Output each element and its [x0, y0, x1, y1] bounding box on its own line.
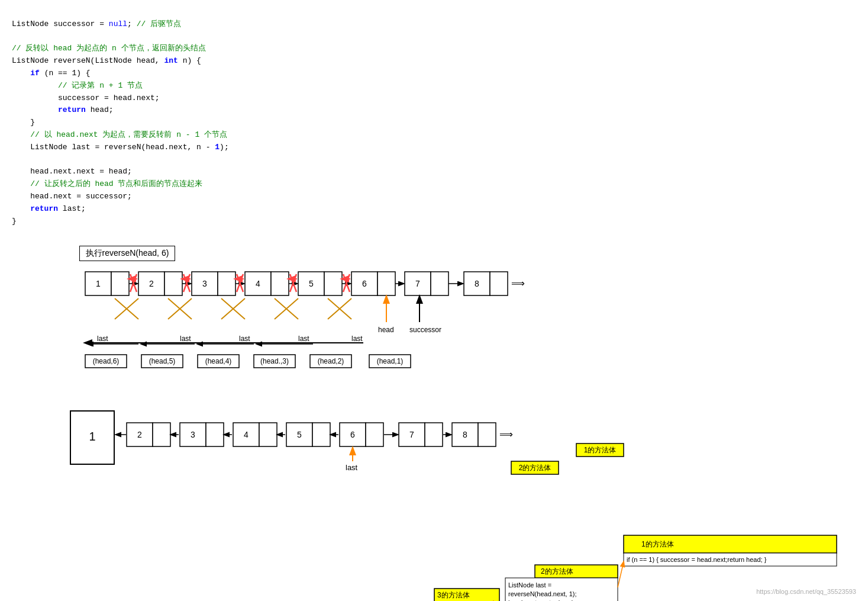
- svg-text:successor: successor: [409, 326, 441, 334]
- svg-rect-23: [490, 272, 508, 295]
- svg-text:if (n == 1) {  successor = hea: if (n == 1) { successor = head.next;retu…: [627, 556, 767, 563]
- svg-text:last: last: [346, 463, 358, 472]
- svg-text:1: 1: [96, 279, 101, 288]
- svg-rect-2: [111, 272, 129, 295]
- svg-text:(head,5): (head,5): [149, 357, 175, 365]
- svg-text:8: 8: [475, 279, 479, 288]
- svg-text:7: 7: [415, 279, 420, 288]
- svg-rect-93: [259, 423, 277, 446]
- code-block: ListNode successor = null; // 后驱节点 // 反转…: [12, 6, 856, 240]
- svg-text:last: last: [298, 335, 309, 343]
- svg-rect-105: [478, 423, 496, 446]
- svg-rect-96: [312, 423, 330, 446]
- svg-text:5: 5: [309, 279, 314, 288]
- svg-text:7: 7: [409, 430, 414, 439]
- svg-text:2: 2: [149, 279, 154, 288]
- svg-text:reverseN(head.next, 1);: reverseN(head.next, 1);: [508, 590, 577, 597]
- svg-rect-11: [271, 272, 289, 295]
- svg-text:1的方法体: 1的方法体: [583, 446, 616, 454]
- svg-text:⟹: ⟹: [511, 278, 525, 288]
- svg-text:last: last: [351, 335, 363, 343]
- svg-rect-87: [153, 423, 170, 446]
- diagram1-title: 执行reverseN(head, 6): [79, 246, 176, 261]
- recursive-svg: 1的方法体 if (n == 1) { successor = head.nex…: [20, 532, 848, 601]
- svg-text:3: 3: [202, 279, 207, 288]
- svg-text:8: 8: [463, 430, 467, 439]
- svg-text:6: 6: [350, 430, 355, 439]
- svg-text:(head.,3): (head.,3): [260, 357, 288, 365]
- svg-text:(head,4): (head,4): [205, 357, 231, 365]
- svg-text:2: 2: [137, 430, 142, 439]
- svg-line-173: [618, 562, 624, 587]
- svg-text:4: 4: [256, 279, 260, 288]
- svg-text:(head,2): (head,2): [317, 357, 344, 365]
- recursive-area: 1的方法体 if (n == 1) { successor = head.nex…: [20, 532, 848, 601]
- svg-rect-20: [431, 272, 448, 295]
- watermark: https://blog.csdn.net/qq_35523593: [756, 588, 856, 595]
- svg-text:4: 4: [244, 430, 249, 439]
- svg-rect-99: [366, 423, 383, 446]
- diagram2-svg: 1 2 3 4 5 6: [67, 408, 659, 526]
- svg-text:head: head: [378, 326, 394, 334]
- svg-text:3: 3: [191, 430, 195, 439]
- svg-rect-14: [324, 272, 342, 295]
- svg-text:last: last: [180, 335, 191, 343]
- svg-text:2的方法体: 2的方法体: [541, 567, 573, 576]
- svg-rect-17: [377, 272, 395, 295]
- svg-text:1的方法体: 1的方法体: [641, 540, 674, 548]
- svg-text:6: 6: [362, 279, 367, 288]
- svg-text:(head,6): (head,6): [92, 357, 119, 365]
- svg-text:1: 1: [89, 430, 95, 443]
- svg-text:3的方法体: 3的方法体: [437, 591, 470, 599]
- svg-rect-8: [218, 272, 235, 295]
- svg-text:last: last: [239, 335, 250, 343]
- diagram1-area: 执行reverseN(head, 6) 1 2 3 4: [20, 246, 848, 601]
- svg-rect-5: [164, 272, 182, 295]
- svg-text:ListNode last =: ListNode last =: [508, 581, 551, 589]
- svg-text:last: last: [97, 335, 108, 343]
- svg-text:⟹: ⟹: [499, 429, 513, 439]
- svg-text:5: 5: [297, 430, 302, 439]
- svg-rect-102: [425, 423, 443, 446]
- svg-rect-90: [206, 423, 224, 446]
- diagram1-svg: 1 2 3 4 5 6: [79, 266, 612, 396]
- svg-text:(head,1): (head,1): [376, 357, 403, 365]
- svg-text:2的方法体: 2的方法体: [518, 464, 551, 472]
